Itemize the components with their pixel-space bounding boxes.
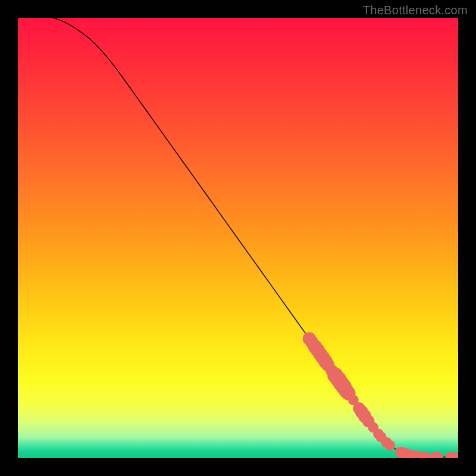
plot-area [18, 18, 458, 458]
watermark-label: TheBottleneck.com [363, 4, 468, 17]
gradient-background [18, 18, 458, 458]
chart-stage: TheBottleneck.com [0, 0, 476, 476]
data-point [384, 440, 395, 451]
chart-svg [18, 18, 458, 458]
